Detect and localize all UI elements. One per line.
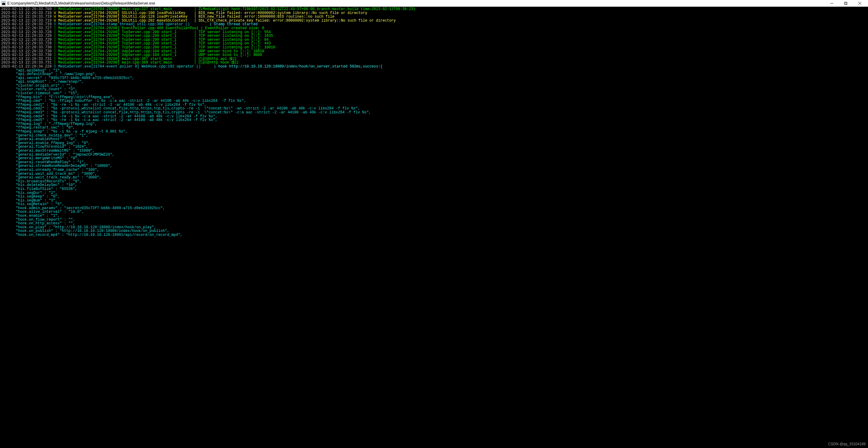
app-window: E:\companyitem\ZLMediaKit\ZLMediaKit\rel… <box>0 0 868 448</box>
config-line: "cluster.origin_url" : "", <box>1 84 867 88</box>
config-line: "hls.segDur" : "2", <box>1 191 867 195</box>
config-line: "hls.segKeep" : "0", <box>1 195 867 199</box>
config-line: "general.flowThreshold" : "1024", <box>1 145 867 149</box>
config-line: "general.mergeWriteMS" : "0", <box>1 157 867 161</box>
config-line: "api.apiDebug" : "1", <box>1 69 867 73</box>
svg-rect-4 <box>844 2 847 5</box>
config-line: "general.maxStreamWaitMS" : "15000", <box>1 149 867 153</box>
config-line: "hls.segRetain" : "5", <box>1 202 867 206</box>
config-line: "ffmpeg.cmd3" : "%s -protocol_whitelist … <box>1 111 867 114</box>
svg-rect-1 <box>2 2 5 2</box>
console-output[interactable]: 2023-02-13 22:20:33.709 I MediaServer.ex… <box>0 7 868 448</box>
config-line: "hls.deleteDelaySec" : "10", <box>1 183 867 187</box>
minimize-button[interactable] <box>825 0 839 7</box>
config-line: "cluster.retry_count" : "3", <box>1 88 867 92</box>
config-line: "hook.on_flow_report" : "", <box>1 218 867 222</box>
config-line: "hook.on_record_mp4" : "http://10.10.10.… <box>1 233 867 237</box>
config-line: "ffmpeg.restart_sec" : "0", <box>1 126 867 130</box>
app-icon <box>1 1 6 6</box>
config-line: "hls.fileBufSize" : "65536", <box>1 187 867 191</box>
maximize-button[interactable] <box>839 0 853 7</box>
log-line: 2023-02-13 22:20:34.229 D MediaServer.ex… <box>1 65 867 69</box>
config-line: "ffmpeg.cmd" : "%s -fflags nobuffer -i %… <box>1 99 867 103</box>
config-line: "hook.alive_interval" : "10.0", <box>1 210 867 214</box>
config-line: "general.streamNoneReaderDelayMS" : "180… <box>1 164 867 168</box>
close-icon <box>858 2 861 5</box>
config-line: "hook.on_http_access" : "", <box>1 221 867 226</box>
config-line: "api.defaultSnap" : "./www/logo.png", <box>1 72 867 76</box>
svg-rect-5 <box>845 2 847 4</box>
config-line: "hls.broadcastRecordTs" : "0", <box>1 180 867 183</box>
watermark: CSDN @qq_33104169 <box>828 442 866 446</box>
config-line: "hook.admin_params" : "secret=035c73f7-b… <box>1 206 867 210</box>
config-line: "general.enableVhost" : "0", <box>1 137 867 141</box>
config-line: "general.unready_frame_cache" : "100", <box>1 168 867 172</box>
config-line: "ffmpeg.snap" : "%s -i %s -y -f mjpeg -t… <box>1 130 867 134</box>
svg-rect-2 <box>2 3 5 5</box>
config-line: "cluster.timeout_sec" : "15", <box>1 92 867 96</box>
config-line: "hls.segNum" : "3", <box>1 199 867 203</box>
config-line: "api.secret" : "035c73f7-bb6b-4889-a715-… <box>1 76 867 80</box>
titlebar[interactable]: E:\companyitem\ZLMediaKit\ZLMediaKit\rel… <box>0 0 868 7</box>
close-button[interactable] <box>853 0 867 7</box>
config-line: "general.mediaServerId" : "jmpswzCFJMPSW… <box>1 153 867 157</box>
config-line: "general.resetWhenRePlay" : "1", <box>1 161 867 165</box>
config-line: "general.wait_track_ready_ms" : "3000", <box>1 176 867 180</box>
config-line: "ffmpeg.cmd5" : "%s -re -i %s -c:a aac -… <box>1 118 867 122</box>
window-title: E:\companyitem\ZLMediaKit\ZLMediaKit\rel… <box>7 1 155 5</box>
config-line: "ffmpeg.log" : "./ffmpeg/ffmpeg.log", <box>1 122 867 126</box>
minimize-icon <box>830 2 833 5</box>
config-line: "api.snapRoot" : "./www/snap/", <box>1 80 867 84</box>
restore-icon <box>844 2 847 5</box>
config-line: "general.wait_add_track_ms" : "3000", <box>1 172 867 176</box>
config-line: "hook.enable" : "1", <box>1 214 867 218</box>
config-line: "general.enable_ffmpeg_log" : "0", <box>1 141 867 145</box>
config-line: "general.check_nvidia_dev" : "1", <box>1 134 867 138</box>
